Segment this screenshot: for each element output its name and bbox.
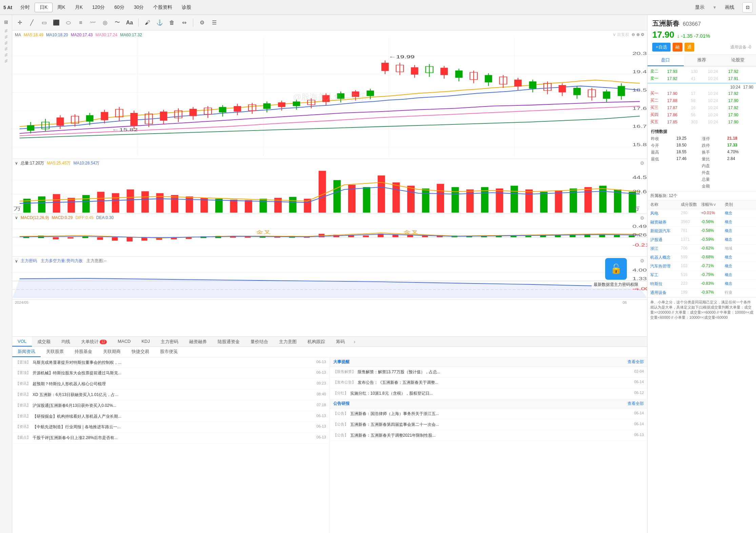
bottom-tab-陆股通资金[interactable]: 陆股通资金 xyxy=(212,337,245,347)
vol-settings-icon[interactable]: ⚙ xyxy=(640,160,644,166)
buy-order-row: 买三 17.87 16 10:24 17.92 xyxy=(648,104,756,111)
news-item[interactable]: 【置顶】 开源机械】特斯拉股东大会投票提前通过马斯克... 06-13 xyxy=(12,368,330,379)
expand-btn[interactable]: ⊡ xyxy=(742,2,753,13)
bottom-tabs-more[interactable]: › xyxy=(350,337,359,347)
news-item[interactable]: 【观点】 千股千评|五洲新春今日上涨2.28%后市是否有... 06-13 xyxy=(12,433,330,443)
sidebar-expand-icon[interactable]: ⊞ xyxy=(1,17,11,27)
wave-icon[interactable]: 〰 xyxy=(88,18,98,27)
bottom-tab-KDJ[interactable]: KDJ xyxy=(136,337,155,347)
add-watch-button[interactable]: +自选 xyxy=(652,43,671,52)
news-item[interactable]: 【资讯】 【研报掘金】机构持续看好人形机器人产业长期... 06-13 xyxy=(12,411,330,422)
right-tab-论股堂[interactable]: 论股堂 xyxy=(720,55,756,66)
volume-bars[interactable]: 44.51 29.67 万 万 xyxy=(12,166,647,213)
sector-row[interactable]: 沪股通 1371 -0.59% 概念 xyxy=(648,236,756,244)
bottom-tab-机构跟踪[interactable]: 机构跟踪 xyxy=(302,337,331,347)
rect-icon[interactable]: ▭ xyxy=(39,18,49,27)
bottom-tab-成交额[interactable]: 成交额 xyxy=(32,337,56,347)
news-item[interactable]: 【限售解禁】 限售解禁：解禁13.77万股（预计值），占总... 02-04 xyxy=(330,367,648,378)
buy-label: 买三 xyxy=(650,105,667,111)
svg-rect-26 xyxy=(130,113,138,126)
news-item[interactable]: 【公告】 五洲新春：五洲新春第四届监事会第二十一次会... 06-14 xyxy=(330,419,648,430)
sector-row[interactable]: 特斯拉 223 -0.83% 概念 xyxy=(648,280,756,289)
bottom-tab-量价结合[interactable]: 量价结合 xyxy=(245,337,274,347)
news-item[interactable]: 【资讯】 【中航先进制造】行业周报 | 各地推进车路云一... 06-13 xyxy=(12,422,330,433)
tong-button[interactable]: 通 xyxy=(684,43,694,52)
sub-tab-关联期商[interactable]: 关联期商 xyxy=(98,347,126,357)
news-item[interactable]: 【公告】 五洲新春：国浩律师（上海）事务所关于浙江五... 06-14 xyxy=(330,409,648,419)
trash-icon[interactable]: 🗑 xyxy=(167,18,177,27)
topbar-tab-30分[interactable]: 30分 xyxy=(129,3,149,12)
macd-settings-icon[interactable]: ⚙ xyxy=(640,215,644,221)
anchor-icon[interactable]: ⚓ xyxy=(155,18,164,27)
squiggle-icon[interactable]: 〜 xyxy=(113,18,122,27)
sub-tab-股市便笺[interactable]: 股市便笺 xyxy=(155,347,183,357)
display-btn[interactable]: 显示 xyxy=(690,3,710,12)
topbar-tab-120分[interactable]: 120分 xyxy=(87,3,110,12)
bottom-tab-大单统计[interactable]: 大单统计12 xyxy=(76,337,112,347)
sector-row[interactable]: 浙江 706 -0.62% 地域 xyxy=(648,244,756,253)
sector-row[interactable]: 军工 516 -0.75% 概念 xyxy=(648,271,756,280)
sub-tab-新闻资讯[interactable]: 新闻资讯 xyxy=(12,347,41,357)
bottom-tab-融资融券[interactable]: 融资融券 xyxy=(184,337,212,347)
bottom-tab-VOL[interactable]: VOL xyxy=(12,337,32,347)
font-icon[interactable]: Aa xyxy=(125,18,134,27)
sector-row[interactable]: 新能源汽车 781 -0.58% 概念 xyxy=(648,227,756,236)
sub-tab-关联股票[interactable]: 关联股票 xyxy=(41,347,69,357)
macd-bars[interactable]: 金叉 金叉 0.49 0.26 -0.21 xyxy=(12,220,647,254)
expand-chart-icon[interactable]: ⇔ xyxy=(179,18,189,27)
sector-row[interactable]: 风电 290 +0.01% 概念 xyxy=(648,209,756,218)
topbar-tab-60分[interactable]: 60分 xyxy=(110,3,129,12)
news-item[interactable]: 【资讯】 沪深股通|五洲新春6月13日获外资买入0.02%... 07:18 xyxy=(12,400,330,411)
settings-icon[interactable]: ⚙ xyxy=(197,18,207,27)
sector-row[interactable]: 机器人概念 599 -0.68% 概念 xyxy=(648,253,756,262)
draw-btn[interactable]: 画线 xyxy=(719,3,740,12)
news-tag: 【资讯】 xyxy=(16,381,31,387)
news-item[interactable]: 【置顶】 马斯克或将显著提升对特斯拉董事会的控制权，... 06-13 xyxy=(12,357,330,368)
right-tab-推荐[interactable]: 推荐 xyxy=(684,55,720,66)
ellipse-icon[interactable]: ◎ xyxy=(100,18,110,27)
right-tab-盘口[interactable]: 盘口 xyxy=(648,55,684,66)
candlestick-chart[interactable]: ←15.82 xyxy=(12,38,647,156)
topbar-tab-个股资料[interactable]: 个股资料 xyxy=(148,3,177,12)
topbar-tab-诊股[interactable]: 诊股 xyxy=(177,3,196,12)
draw-circle-icon[interactable]: ⬭ xyxy=(64,18,73,27)
sector-row[interactable]: 汽车热管理 103 -0.71% 概念 xyxy=(648,262,756,271)
sub-tab-持股基金[interactable]: 持股基金 xyxy=(69,347,98,357)
candle-pattern-icon[interactable]: ⬛ xyxy=(52,18,61,27)
line-icon[interactable]: ╱ xyxy=(27,18,37,27)
news-item[interactable]: 【发布公告】 发布公告：《五洲新春：五洲新春关于调整... 06-14 xyxy=(330,377,648,388)
news-item[interactable]: 【资讯】 超预期？特斯拉人形机器人核心公司梳理 09:23 xyxy=(12,379,330,390)
bottom-tab-筹码[interactable]: 筹码 xyxy=(331,337,350,347)
svg-rect-122 xyxy=(319,171,326,213)
bottom-tab-主力意图[interactable]: 主力意图 xyxy=(274,337,302,347)
macd-label: MACD(12,26,9) xyxy=(21,215,49,220)
topbar-tab-日K[interactable]: 日K xyxy=(35,3,53,12)
zl-chart[interactable]: 4.00 1.33 -4.00 🔓 最新数据需主力密码权限 xyxy=(12,264,647,298)
sub-tab-快捷交易[interactable]: 快捷交易 xyxy=(126,347,155,357)
cross-icon[interactable]: ✛ xyxy=(15,18,24,27)
lock-icon[interactable]: 🔓 xyxy=(605,258,627,280)
news-item[interactable]: 【分红】 实施分红：10派1.8元（含税），股权登记日... 06-12 xyxy=(330,388,648,399)
sector-row[interactable]: 通用设备 189 -0.97% 行业 xyxy=(648,289,756,297)
sell-label: 卖二 xyxy=(650,68,667,74)
news-item[interactable]: 【资讯】 XD 五洲新：6月13日获融资买入1.01亿元，占... 08:40 xyxy=(12,390,330,400)
brush-icon[interactable]: 🖌 xyxy=(143,18,152,27)
news-date: 06-13 xyxy=(314,360,326,366)
bottom-tab-主力密码[interactable]: 主力密码 xyxy=(155,337,184,347)
rong-button[interactable]: 融 xyxy=(673,43,682,52)
news-view-all[interactable]: 查看全部 xyxy=(628,401,644,407)
buy-label: 买二 xyxy=(650,98,667,103)
sector-row[interactable]: 融资融券 3560 -0.56% 概念 xyxy=(648,218,756,227)
text-box-icon[interactable]: ≡ xyxy=(76,18,85,27)
topbar-tab-月K[interactable]: 月K xyxy=(70,3,87,12)
zl-settings-icon[interactable]: ⚙ xyxy=(640,258,644,263)
bottom-tab-MACD[interactable]: MACD xyxy=(112,337,136,347)
zl-sub: 主力多空力量:势均力敌 xyxy=(41,258,82,263)
topbar-tab-周K[interactable]: 周K xyxy=(53,3,70,12)
bottom-tab-均线[interactable]: 均线 xyxy=(56,337,76,347)
layers-icon[interactable]: ☰ xyxy=(210,18,219,27)
news-view-all[interactable]: 查看全部 xyxy=(628,359,644,365)
topbar-tab-分时[interactable]: 分时 xyxy=(16,3,35,12)
news-item[interactable]: 【公告】 五洲新春：五洲新春关于调整2021年限制性股... 06-13 xyxy=(330,430,648,441)
svg-rect-156 xyxy=(97,237,103,240)
